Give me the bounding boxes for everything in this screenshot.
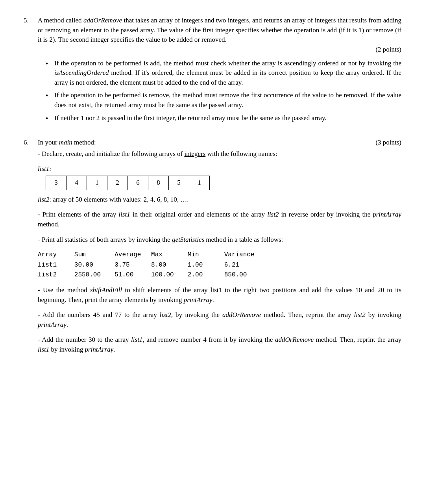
stats-header-sum: Sum — [74, 250, 115, 260]
stats-list2-sum: 2550.00 — [74, 270, 115, 280]
q6-print2-method: getStatistics — [172, 236, 204, 243]
q6-print1-list2: list2 — [267, 211, 279, 218]
array-cell-4: 6 — [128, 176, 148, 190]
q6-intro-after: method: — [72, 139, 96, 146]
q6-print1-mid: in their original order and elements of … — [130, 211, 268, 218]
q5-bullet-3-text: If neither 1 nor 2 is passed in the firs… — [54, 113, 401, 123]
q6-add45-after: method. Then, reprint the array — [261, 311, 354, 319]
q6-add30-mid: , and remove number 4 from it by invokin… — [142, 336, 275, 343]
stats-header-variance: Variance — [224, 250, 261, 260]
q5-bullet-3: • If neither 1 nor 2 is passed in the fi… — [46, 113, 401, 124]
q6-print2-before: - Print all statistics of both arrays by… — [38, 236, 172, 243]
q6-add30-before: - Add the number 30 to the array — [38, 336, 131, 343]
q6-add45-list2: list2 — [160, 311, 171, 319]
q5-bullet-2: • If the operation to be performed is re… — [46, 91, 401, 110]
stats-header-average: Average — [115, 250, 151, 260]
bullet-dot-2: • — [46, 91, 54, 101]
stats-list2-variance: 850.00 — [224, 270, 261, 280]
q6-print2: - Print all statistics of both arrays by… — [38, 235, 401, 245]
q5-bullet-1: • If the operation to be performed is ad… — [46, 59, 401, 88]
stats-list1-variance: 6.21 — [224, 260, 261, 270]
stats-list1-max: 8.00 — [151, 260, 188, 270]
array-cell-0: 3 — [46, 176, 67, 190]
q6-shift: - Use the method shiftAndFill to shift e… — [38, 285, 401, 305]
q6-add30-after: method. Then, reprint the array — [314, 336, 401, 343]
array-cell-5: 8 — [148, 176, 169, 190]
q5-bullet-1-text: If the operation to be performed is add,… — [54, 59, 401, 88]
q6-shift-before: - Use the method — [38, 286, 90, 294]
q5-intro: A method called — [38, 17, 83, 24]
array-row: 3 4 1 2 6 8 5 1 — [46, 176, 210, 190]
stats-row-list2: list2 2550.00 51.00 100.00 2.00 850.00 — [38, 270, 261, 280]
q5-header: 5. A method called addOrRemove that take… — [24, 16, 401, 127]
array-cell-3: 2 — [107, 176, 128, 190]
q6-add45-period: . — [67, 321, 68, 328]
q6-intro-italic: main — [59, 139, 72, 146]
q6-print1-method: printArray — [373, 211, 401, 218]
q5-method-name: addOrRemove — [83, 17, 122, 24]
q6-array-table: 3 4 1 2 6 8 5 1 — [46, 176, 210, 190]
q6-declare: - Declare, create, and initialize the fo… — [38, 149, 401, 159]
q5-points: (2 points) — [38, 45, 401, 55]
stats-list1-sum: 30.00 — [74, 260, 115, 270]
q6-number: 6. — [24, 138, 38, 148]
q6-header: 6. In your main method: (3 points) - Dec… — [24, 138, 401, 360]
question-5: 5. A method called addOrRemove that take… — [24, 16, 401, 127]
array-cell-2: 1 — [87, 176, 107, 190]
q6-add45-mid: , by invoking the — [171, 311, 222, 319]
q5-number: 5. — [24, 16, 38, 26]
q6-add30-end: by invoking — [49, 346, 85, 353]
array-cell-1: 4 — [67, 176, 87, 190]
q6-declare-before: - Declare, create, and initialize the fo… — [38, 150, 184, 158]
stats-list1-array: list1 — [38, 260, 74, 270]
bullet-dot-3: • — [46, 113, 54, 124]
q6-shift-print: printArray — [184, 296, 213, 304]
q6-add30: - Add the number 30 to the array list1, … — [38, 335, 401, 354]
page-content: 5. A method called addOrRemove that take… — [24, 16, 401, 360]
bullet-dot-1: • — [46, 59, 54, 69]
q6-list2-section: list2: array of 50 elements with values:… — [38, 195, 401, 205]
q6-print1-list1: list1 — [118, 211, 130, 218]
q6-print1-before: - Print elements of the array — [38, 211, 118, 218]
q6-print2-after: method in a table as follows: — [204, 236, 283, 243]
q5-bullet-2-text: If the operation to be performed is remo… — [54, 91, 401, 110]
array-cell-6: 5 — [169, 176, 189, 190]
stats-header-min: Min — [188, 250, 224, 260]
q6-print1-period: method. — [38, 220, 59, 228]
q6-add30-period: . — [113, 346, 115, 353]
q6-add30-method: addOrRemove — [275, 336, 314, 343]
q6-add30-list1b: list1 — [38, 346, 49, 353]
q5-b1-before: If the operation to be performed is add,… — [54, 59, 401, 67]
q6-add30-print: printArray — [85, 346, 114, 353]
q6-add45-before: - Add the numbers 45 and 77 to the array — [38, 311, 160, 319]
question-6: 6. In your main method: (3 points) - Dec… — [24, 138, 401, 360]
stats-list2-average: 51.00 — [115, 270, 151, 280]
q6-add45-list2b: list2 — [354, 311, 365, 319]
q6-intro-line: In your main method: (3 points) — [38, 138, 401, 148]
q5-bullets: • If the operation to be performed is ad… — [46, 59, 401, 124]
stats-header-row: Array Sum Average Max Min Variance — [38, 250, 261, 260]
stats-table: Array Sum Average Max Min Variance list1… — [38, 250, 261, 280]
q6-print1: - Print elements of the array list1 in t… — [38, 210, 401, 229]
stats-list1-average: 3.75 — [115, 260, 151, 270]
q6-add45-end: by invoking — [366, 311, 401, 319]
array-cell-7: 1 — [189, 176, 210, 190]
q6-add45-print: printArray — [38, 321, 67, 328]
q6-points: (3 points) — [375, 138, 401, 148]
q6-add45: - Add the numbers 45 and 77 to the array… — [38, 310, 401, 330]
q5-b1-italic: isAscendingOrdered — [54, 69, 109, 76]
q6-list2-text: : array of 50 elements with values: 2, 4… — [49, 196, 188, 203]
q6-shift-method: shiftAndFill — [90, 286, 122, 294]
q6-intro-before: In your — [38, 139, 59, 146]
q6-list1-label: list1: — [38, 164, 401, 174]
q6-declare-underline: integers — [184, 150, 205, 158]
q6-body: In your main method: (3 points) - Declar… — [38, 138, 401, 360]
stats-header-array: Array — [38, 250, 74, 260]
q6-add30-list1: list1 — [131, 336, 142, 343]
q6-list1-section: list1: 3 4 1 2 6 8 5 1 — [38, 164, 401, 190]
q6-shift-end: . — [213, 296, 214, 304]
stats-list2-array: list2 — [38, 270, 74, 280]
stats-row-list1: list1 30.00 3.75 8.00 1.00 6.21 — [38, 260, 261, 270]
stats-header-max: Max — [151, 250, 188, 260]
stats-list2-min: 2.00 — [188, 270, 224, 280]
